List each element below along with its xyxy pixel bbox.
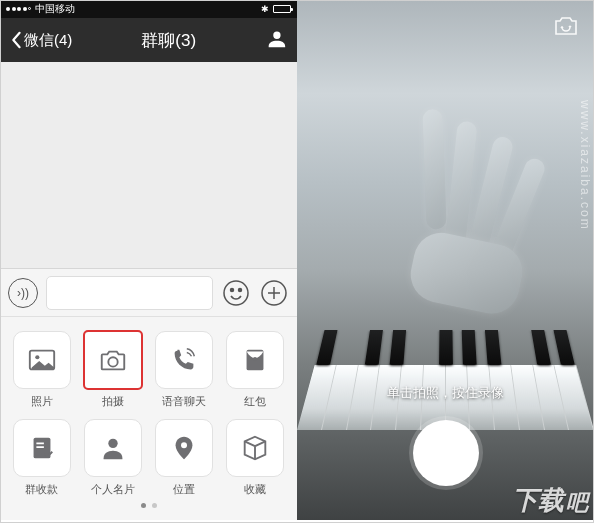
- watermark-main: 下载: [512, 483, 564, 518]
- watermark-suffix: 吧: [566, 488, 588, 518]
- watermark-logo: 下载 吧: [512, 483, 588, 518]
- attachments-grid: 照片 拍摄 语音聊天 红包 群收款: [6, 331, 291, 497]
- scene-hand: [388, 106, 574, 323]
- attach-label: 群收款: [25, 482, 58, 497]
- status-left: 中国移动: [6, 2, 75, 16]
- back-label: 微信(4): [24, 31, 72, 50]
- group-members-button[interactable]: [265, 28, 287, 52]
- person-icon: [265, 28, 287, 48]
- attach-label: 语音聊天: [162, 394, 206, 409]
- page-indicator: [6, 497, 291, 516]
- envelope-icon: [240, 345, 270, 375]
- wechat-chat-screen: 中国移动 ✱ 微信(4) 群聊(3) ›)): [0, 0, 297, 520]
- svg-point-11: [181, 442, 187, 448]
- attach-label: 位置: [173, 482, 195, 497]
- svg-point-8: [253, 357, 257, 361]
- svg-point-5: [35, 355, 39, 359]
- chat-messages-area[interactable]: [0, 62, 297, 268]
- status-bar: 中国移动 ✱: [0, 0, 297, 18]
- picture-icon: [27, 345, 57, 375]
- message-input[interactable]: [46, 276, 213, 310]
- attach-label: 个人名片: [91, 482, 135, 497]
- switch-camera-button[interactable]: [552, 14, 580, 38]
- status-right: ✱: [261, 4, 291, 14]
- emoji-button[interactable]: [221, 278, 251, 308]
- camera-hint-text: 单击拍照，按住录像: [297, 384, 594, 402]
- attach-label: 照片: [31, 394, 53, 409]
- receipt-icon: [27, 433, 57, 463]
- sound-wave-icon: ›)): [17, 286, 29, 300]
- camera-icon: [98, 345, 128, 375]
- person-solid-icon: [98, 433, 128, 463]
- input-bar: ›)): [0, 268, 297, 316]
- svg-point-6: [108, 357, 117, 366]
- watermark-url: www.xiazaiba.com: [578, 100, 592, 231]
- svg-point-1: [231, 288, 234, 291]
- attach-location[interactable]: 位置: [151, 419, 217, 497]
- attachments-panel: 照片 拍摄 语音聊天 红包 群收款: [0, 316, 297, 520]
- svg-point-2: [239, 288, 242, 291]
- camera-capture-screen: 单击拍照，按住录像 www.xiazaiba.com 下载 吧: [297, 0, 594, 520]
- chevron-left-icon: [10, 31, 22, 49]
- page-title: 群聊(3): [141, 29, 196, 52]
- camera-flip-icon: [552, 14, 580, 38]
- attach-label: 收藏: [244, 482, 266, 497]
- location-pin-icon: [169, 433, 199, 463]
- page-dot: [141, 503, 146, 508]
- voice-input-button[interactable]: ›)): [8, 278, 38, 308]
- battery-icon: [273, 5, 291, 13]
- phone-icon: [169, 345, 199, 375]
- smiley-icon: [222, 279, 250, 307]
- shutter-button[interactable]: [413, 420, 479, 486]
- attach-group-collect[interactable]: 群收款: [9, 419, 75, 497]
- box-icon: [240, 433, 270, 463]
- attach-contact-card[interactable]: 个人名片: [80, 419, 146, 497]
- attachments-toggle-button[interactable]: [259, 278, 289, 308]
- attach-label: 拍摄: [102, 394, 124, 409]
- attach-red-packet[interactable]: 红包: [222, 331, 288, 409]
- attach-camera[interactable]: 拍摄: [80, 331, 146, 409]
- bluetooth-icon: ✱: [261, 4, 269, 14]
- plus-circle-icon: [260, 279, 288, 307]
- attach-voice-chat[interactable]: 语音聊天: [151, 331, 217, 409]
- attach-photos[interactable]: 照片: [9, 331, 75, 409]
- back-button[interactable]: 微信(4): [10, 31, 72, 50]
- attach-favorites[interactable]: 收藏: [222, 419, 288, 497]
- svg-point-10: [108, 439, 117, 448]
- signal-dots-icon: [6, 7, 31, 11]
- svg-point-0: [224, 281, 248, 305]
- page-dot: [152, 503, 157, 508]
- nav-bar: 微信(4) 群聊(3): [0, 18, 297, 62]
- attach-label: 红包: [244, 394, 266, 409]
- carrier-label: 中国移动: [35, 2, 75, 16]
